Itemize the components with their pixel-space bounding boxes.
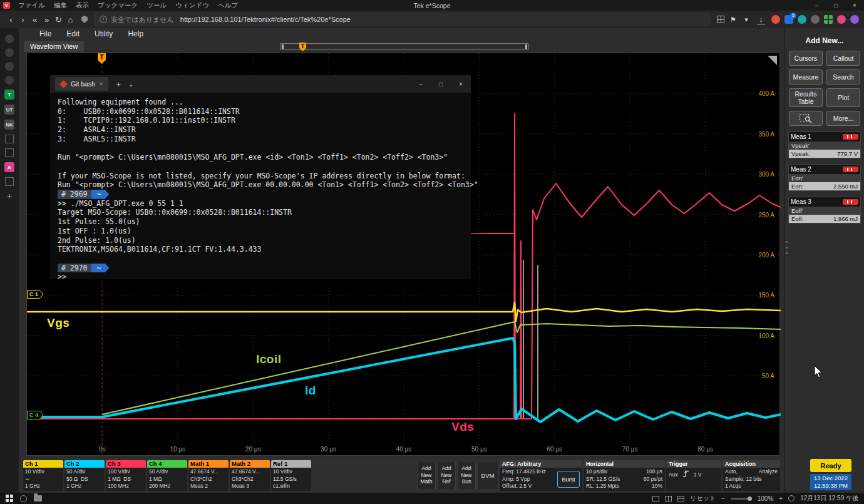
zoom-reset-button[interactable]: リセット [690, 494, 716, 503]
channel-marker-c-4[interactable]: C 4 [27, 411, 43, 419]
channel-badge-ch-2[interactable]: Ch 250 A/div50 Ω DS1 GHz [64, 460, 105, 491]
grid-panel-icon-3[interactable] [5, 177, 14, 186]
browser-menu-[interactable]: 表示 [71, 1, 93, 9]
clock-text[interactable]: 12月13日 12:59 午後 [800, 494, 858, 503]
meas-badge-3[interactable]: Meas 3Eoff'Eoff:1.966 mJ [788, 197, 861, 224]
terminal-titlebar[interactable]: Git bash × + ⌄ – □ × [50, 75, 471, 93]
magnifier-box-button[interactable] [789, 111, 823, 126]
zoom-slider[interactable] [731, 498, 752, 500]
callout-button[interactable]: Callout [826, 51, 860, 66]
add-web-panel-button[interactable]: + [7, 191, 12, 201]
channel-badge-math-2[interactable]: Math 247.6674 V...Ch3*Ch2Meas 3 [230, 460, 270, 491]
menu-file[interactable]: File [33, 29, 58, 40]
terminal-minimize-button[interactable]: – [411, 81, 431, 88]
reload-button[interactable]: ↻ [53, 15, 64, 24]
grid-panel-icon-1[interactable] [5, 135, 14, 143]
results-table-button[interactable]: Results Table [789, 88, 823, 107]
home-button[interactable]: ⌂ [64, 15, 76, 24]
extension-icon-1[interactable] [771, 15, 780, 24]
draw-a-box-icon[interactable] [768, 56, 777, 65]
browser-menu-[interactable]: ファイル [14, 1, 49, 9]
tab-dropdown-icon[interactable]: ⌄ [128, 81, 133, 88]
pan-handle-right[interactable] [525, 44, 527, 49]
panel-splitter-handle[interactable] [786, 241, 788, 254]
add-new-ref-button[interactable]: AddNewRef [437, 461, 456, 490]
tile-single-icon[interactable] [652, 496, 659, 501]
meas-badge-1[interactable]: Meas 1Vpeak'Vpeak:779.7 V [788, 131, 861, 158]
panel-dot-icon-4[interactable] [5, 76, 14, 85]
channel-badge-ch-1[interactable]: Ch 110 V/div∼1 GHz [23, 460, 63, 491]
ut-panel-icon[interactable]: UT [4, 105, 14, 115]
tile-columns-icon[interactable] [665, 496, 672, 501]
extension-icon-6[interactable] [837, 15, 846, 24]
channel-badge-math-1[interactable]: Math 147.6674 V...Ch3*Ch2Meas 2 [188, 460, 229, 491]
start-button[interactable] [6, 495, 13, 502]
bookmark-dropdown-icon[interactable]: ▾ [742, 16, 751, 24]
channel-marker-c-1[interactable]: C 1 [27, 290, 43, 299]
waveform-view-tab[interactable]: Waveform View [24, 41, 84, 52]
channel-badge-ch-4[interactable]: Ch 450 A/div1 MΩ200 MHz [147, 460, 187, 491]
tab-close-icon[interactable]: × [100, 81, 103, 87]
pan-handle-left[interactable] [282, 44, 284, 49]
terminal-maximize-button[interactable]: □ [431, 81, 451, 88]
rewind-button[interactable]: « [29, 15, 41, 24]
trigger-badge[interactable]: Trigger Aux 1 V [666, 460, 721, 491]
extension-icon-4[interactable] [811, 15, 820, 24]
browser-menu-[interactable]: ツール [142, 1, 171, 9]
menu-utility[interactable]: Utility [88, 29, 120, 40]
acquisition-status-button[interactable]: Ready [810, 459, 851, 472]
forward-button[interactable]: › [17, 15, 29, 24]
browser-menu-[interactable]: ヘルプ [213, 1, 242, 9]
shield-icon[interactable] [81, 16, 88, 23]
channel-badge-ref-1[interactable]: Ref 110 V/div12.5 GS/sc1.wfm [271, 460, 311, 491]
tab-tiling-icon[interactable] [717, 16, 724, 23]
channel-badge-ch-3[interactable]: Ch 3100 V/div1 MΩ DS100 MHz [106, 460, 146, 491]
browser-logo-icon[interactable]: V [3, 2, 10, 9]
add-new-bus-button[interactable]: AddNewBus [457, 461, 476, 490]
panel-dot-icon-3[interactable] [5, 62, 14, 71]
menu-help[interactable]: Help [121, 29, 150, 40]
cursors-button[interactable]: Cursors [789, 51, 823, 66]
panel-dot-icon-2[interactable] [5, 48, 14, 57]
tektronix-panel-icon[interactable]: T [4, 90, 14, 100]
back-button[interactable]: ‹ [5, 15, 17, 24]
horizontal-badge[interactable]: Horizontal 10 µs/div 100 µs SR: 12.5 GS/… [584, 460, 665, 491]
search-button[interactable]: Search [826, 69, 860, 85]
acquisition-badge[interactable]: Acquisition Auto, Analyze Sample: 12 bit… [723, 460, 780, 491]
minimize-button[interactable]: – [808, 2, 826, 9]
browser-menu-[interactable]: 編集 [49, 1, 71, 9]
pan-zoom-overview-bar[interactable]: T [280, 43, 529, 50]
extension-icon-7[interactable] [850, 15, 859, 24]
info-icon[interactable]: i [100, 16, 107, 23]
dvm-button[interactable]: DVM [477, 461, 498, 490]
zoom-out-button[interactable]: − [721, 495, 725, 502]
afg-badge[interactable]: AFG: Arbitrary Freq: 17.4825 kHz Amp: 5 … [500, 460, 582, 491]
maximize-button[interactable]: □ [826, 2, 845, 9]
download-icon[interactable]: ↓ [757, 15, 765, 24]
address-bar[interactable]: i 安全ではありません http://192.168.0.101/Tektron… [94, 13, 711, 26]
browser-menu-[interactable]: ブックマーク [93, 1, 142, 9]
terminal-tab[interactable]: Git bash × [55, 77, 108, 91]
add-new-math-button[interactable]: AddNewMath [417, 461, 436, 490]
terminal-close-button[interactable]: × [451, 81, 471, 88]
bookmark-icon[interactable]: ⚑ [729, 16, 738, 24]
plot-button[interactable]: Plot [826, 88, 860, 107]
extension-icon-2[interactable]: 5 [784, 15, 793, 24]
new-tab-button[interactable]: + [116, 80, 121, 89]
tile-rows-icon[interactable] [677, 496, 684, 501]
burst-button[interactable]: Burst [557, 471, 580, 488]
nk-panel-icon[interactable]: NK [4, 120, 14, 130]
files-icon[interactable] [34, 495, 42, 501]
close-button[interactable]: × [845, 2, 864, 9]
extension-icon-5[interactable] [824, 15, 833, 24]
meas-badge-2[interactable]: Meas 2Eon'Eon:2.550 mJ [788, 164, 861, 191]
fast-forward-button[interactable]: » [41, 15, 53, 24]
zoom-in-button[interactable]: + [779, 495, 783, 502]
terminal-output[interactable]: Following equipment found ...0: USB0::0x… [50, 93, 471, 287]
more-button[interactable]: More... [826, 111, 860, 126]
menu-edit[interactable]: Edit [59, 29, 86, 40]
grid-panel-icon-2[interactable] [5, 148, 14, 157]
sync-status-icon[interactable] [20, 495, 27, 502]
panel-dot-icon-1[interactable] [5, 34, 14, 43]
extension-icon-3[interactable] [798, 15, 806, 24]
